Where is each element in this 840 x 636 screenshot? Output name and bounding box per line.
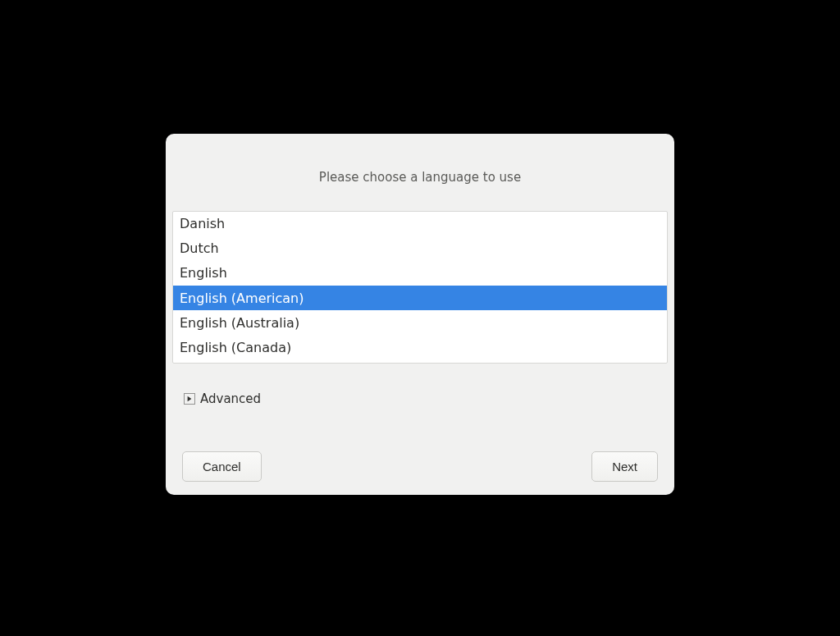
list-item[interactable]: English (Ireland) — [173, 360, 667, 364]
advanced-label: Advanced — [200, 391, 261, 406]
language-dialog: Please choose a language to use Danish D… — [166, 134, 674, 495]
expand-right-icon — [184, 393, 195, 405]
list-item[interactable]: English (Australia) — [173, 310, 667, 335]
button-bar: Cancel Next — [182, 435, 658, 482]
language-list[interactable]: Danish Dutch English English (American) … — [172, 211, 668, 364]
next-button[interactable]: Next — [591, 451, 658, 482]
list-item[interactable]: Danish — [173, 212, 667, 236]
advanced-expander[interactable]: Advanced — [184, 391, 261, 406]
dialog-prompt: Please choose a language to use — [182, 170, 658, 185]
list-item[interactable]: Dutch — [173, 236, 667, 261]
list-item[interactable]: English (Canada) — [173, 335, 667, 359]
cancel-button[interactable]: Cancel — [182, 451, 262, 482]
list-item[interactable]: English (American) — [173, 286, 667, 310]
list-item[interactable]: English — [173, 261, 667, 286]
